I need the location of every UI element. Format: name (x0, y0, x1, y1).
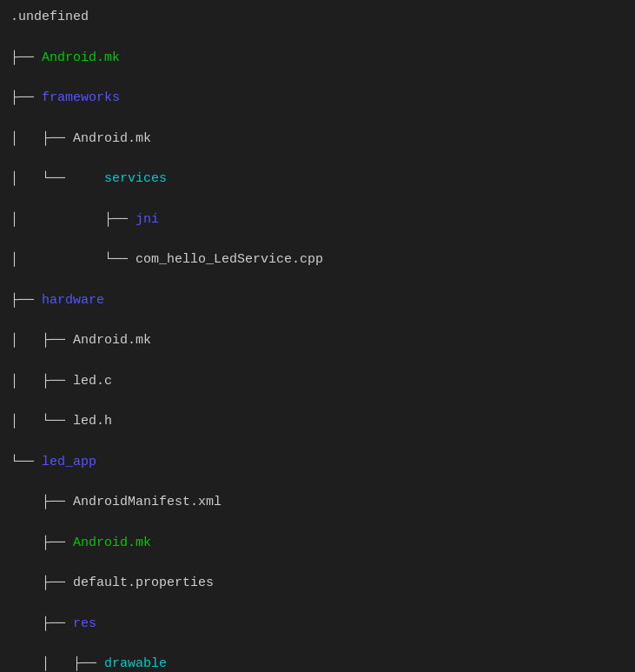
tree-row: ├── AndroidManifest.xml (10, 492, 625, 512)
tree-row: │ └── com_hello_LedService.cpp (10, 250, 625, 269)
file-tree: .undefined ├── Android.mk ├── frameworks… (10, 7, 625, 672)
tree-row: │ └── led.h (10, 411, 625, 431)
tree-name: frameworks (42, 90, 120, 105)
tree-name: led.h (73, 414, 112, 429)
tree-name: jni (136, 212, 159, 227)
tree-prefix: ├── (10, 90, 42, 105)
tree-prefix: ├── (10, 293, 42, 308)
tree-row: └── led_app (10, 452, 625, 472)
tree-name: led_app (42, 455, 96, 469)
tree-name: services (104, 171, 167, 186)
tree-row: ├── frameworks (10, 88, 625, 108)
tree-row: ├── res (10, 614, 625, 634)
tree-name: hardware (42, 293, 104, 308)
tree-row: │ ├── drawable (10, 654, 625, 672)
tree-name: led.c (73, 374, 112, 389)
tree-prefix: ├── (10, 576, 73, 590)
tree-name: default.properties (73, 576, 214, 590)
tree-name: Android.mk (73, 131, 151, 146)
tree-name: Android.mk (73, 333, 151, 348)
tree-name: Android.mk (73, 536, 151, 550)
tree-row: │ └── services (10, 169, 625, 189)
tree-row: │ ├── jni (10, 210, 625, 230)
tree-row: │ ├── led.c (10, 371, 625, 391)
tree-prefix: └── (10, 455, 42, 469)
tree-prefix: ├── (10, 495, 73, 509)
tree-name: res (73, 616, 96, 631)
tree-row: │ ├── Android.mk (10, 330, 625, 350)
tree-prefix: │ ├── (10, 212, 136, 227)
tree-name: com_hello_LedService.cpp (136, 252, 323, 267)
tree-row: │ ├── Android.mk (10, 129, 625, 149)
tree-prefix: │ └── (10, 252, 136, 267)
tree-prefix: │ ├── (10, 131, 73, 146)
tree-name: Android.mk (42, 50, 120, 65)
tree-prefix: │ └── (10, 171, 104, 186)
tree-row: .undefined (10, 7, 625, 27)
tree-row: ├── default.properties (10, 573, 625, 593)
tree-row: ├── hardware (10, 290, 625, 310)
tree-name: drawable (104, 656, 167, 671)
tree-row: ├── Android.mk (10, 48, 625, 68)
tree-row: ├── Android.mk (10, 533, 625, 553)
tree-prefix: │ └── (10, 414, 73, 429)
tree-prefix: │ ├── (10, 656, 104, 671)
tree-name: AndroidManifest.xml (73, 495, 222, 509)
tree-prefix: │ ├── (10, 374, 73, 389)
tree-prefix: . (10, 10, 18, 24)
tree-prefix: │ ├── (10, 333, 73, 348)
tree-name: undefined (18, 10, 89, 24)
tree-prefix: ├── (10, 536, 73, 550)
tree-prefix: ├── (10, 616, 73, 631)
tree-prefix: ├── (10, 50, 42, 65)
